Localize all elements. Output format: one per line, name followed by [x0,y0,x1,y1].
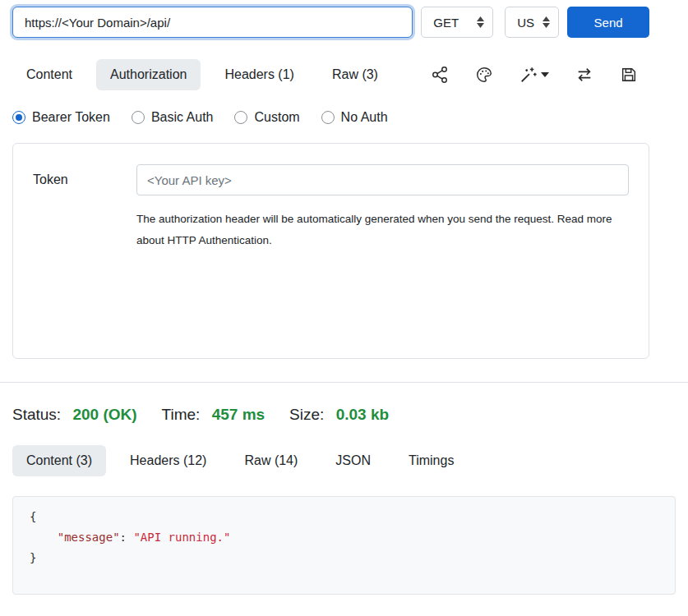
swap-arrows-icon[interactable] [575,66,593,84]
url-input[interactable] [12,7,413,38]
json-string-value: "API running." [133,531,230,544]
chevron-down-icon [541,72,549,77]
json-indent [30,531,58,544]
app-root: GET US Send Content Authorization Header… [0,0,688,595]
json-close-brace: } [30,551,36,564]
region-select[interactable]: US [505,7,559,38]
size-value: 0.03 kb [336,406,389,423]
token-help-text: The authorization header will be automat… [136,209,629,252]
time-label: Time: [162,406,201,423]
status-value: 200 (OK) [72,406,136,423]
tab-raw[interactable]: Raw (3) [318,59,392,90]
token-input[interactable] [136,164,629,195]
auth-option-basic-auth[interactable]: Basic Auth [132,110,214,125]
auth-option-label: Basic Auth [151,110,214,125]
send-button[interactable]: Send [567,7,649,38]
auth-option-label: Bearer Token [32,110,110,125]
select-updown-icon [543,16,550,28]
save-icon[interactable] [620,66,638,84]
response-summary: Status: 200 (OK) Time: 457 ms Size: 0.03… [12,406,688,424]
radio-icon [132,111,145,124]
auth-option-label: Custom [254,110,299,125]
auth-option-no-auth[interactable]: No Auth [321,110,388,125]
auth-option-bearer-token[interactable]: Bearer Token [12,110,110,125]
resp-tab-timings[interactable]: Timings [395,445,468,476]
auth-option-custom[interactable]: Custom [234,110,299,125]
radio-selected-icon [12,111,25,124]
method-select-value: GET [433,16,459,30]
palette-icon[interactable] [475,66,493,84]
time-value: 457 ms [212,406,265,423]
section-divider [0,382,688,383]
request-tabs: Content Authorization Headers (1) Raw (3… [12,59,649,90]
tab-headers[interactable]: Headers (1) [210,59,307,90]
radio-icon [321,111,335,124]
auth-type-group: Bearer Token Basic Auth Custom No Auth [12,110,688,125]
share-icon[interactable] [431,66,449,84]
tab-content[interactable]: Content [12,59,86,90]
method-select[interactable]: GET [421,7,493,38]
radio-icon [234,111,247,124]
toolbar [431,66,649,84]
resp-tab-content[interactable]: Content (3) [12,445,106,476]
request-bar: GET US Send [12,7,649,38]
resp-tab-raw[interactable]: Raw (14) [230,445,312,476]
resp-tab-json[interactable]: JSON [321,445,385,476]
json-open-brace: { [30,510,36,523]
select-updown-icon [477,16,484,28]
status-label: Status: [12,406,61,423]
response-tabs: Content (3) Headers (12) Raw (14) JSON T… [12,445,688,476]
region-select-value: US [517,16,534,30]
response-body: { "message": "API running." } [12,496,676,595]
json-separator: : [120,531,134,544]
resp-tab-headers[interactable]: Headers (12) [116,445,220,476]
token-label: Token [33,164,136,195]
magic-wand-dropdown-icon[interactable] [519,66,549,84]
json-key: "message" [58,531,120,544]
tab-authorization[interactable]: Authorization [96,59,201,90]
token-panel: Token The authorization header will be a… [12,143,649,359]
auth-option-label: No Auth [341,110,388,125]
size-label: Size: [289,406,324,423]
